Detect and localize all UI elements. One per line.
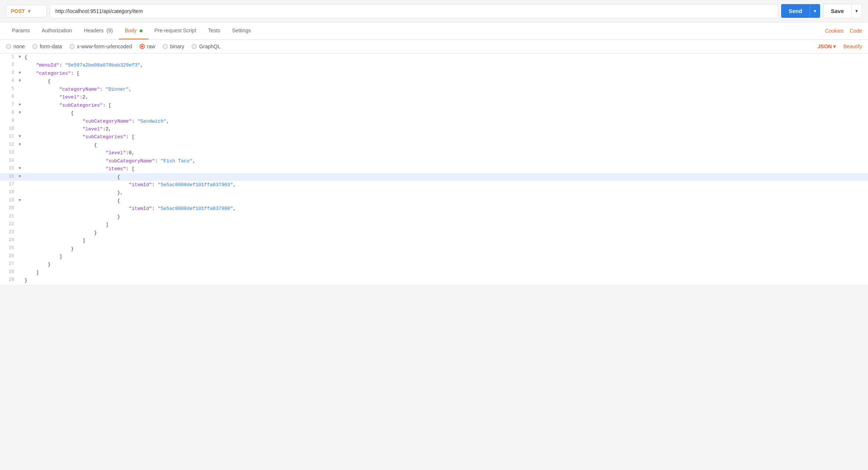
method-chevron-icon: ▾ (28, 8, 30, 14)
line-number-22: 22 (0, 221, 19, 228)
code-line-26: 26 ] (0, 253, 868, 260)
body-type-raw[interactable]: raw (140, 43, 156, 49)
line-content-14: "subCategoryName": "Fish Taco", (25, 157, 868, 165)
line-content-11: "subCategories": [ (25, 133, 868, 141)
line-number-26: 26 (0, 253, 19, 260)
line-content-22: ] (25, 221, 868, 228)
line-number-14: 14 (0, 157, 19, 165)
line-content-18: }, (25, 189, 868, 197)
line-content-17: "itemId": "5e5ac0008def101ffa037903", (25, 181, 868, 189)
code-line-24: 24 ] (0, 237, 868, 244)
send-button[interactable]: Send (781, 4, 810, 18)
line-number-9: 9 (0, 117, 19, 125)
method-select[interactable]: POST ▾ (6, 5, 47, 17)
body-type-raw-label: raw (147, 43, 156, 49)
tab-authorization[interactable]: Authorization (36, 22, 78, 39)
radio-form-data-icon (32, 44, 37, 49)
save-dropdown-button[interactable]: ▾ (852, 4, 862, 18)
code-line-14: 14 "subCategoryName": "Fish Taco", (0, 157, 868, 165)
code-line-4: 4▼ { (0, 77, 868, 85)
tab-tests[interactable]: Tests (202, 22, 226, 39)
line-number-7: 7 (0, 101, 19, 109)
radio-none-icon (6, 44, 11, 49)
tab-links: Cookies Code (825, 28, 862, 34)
line-number-8: 8 (0, 109, 19, 117)
body-type-graphql[interactable]: GraphQL (192, 43, 221, 49)
method-label: POST (11, 8, 25, 14)
body-type-none[interactable]: none (6, 43, 25, 49)
line-content-6: "level":2, (25, 93, 868, 101)
radio-graphql-icon (192, 44, 197, 49)
line-arrow-16[interactable]: ▼ (19, 173, 25, 180)
line-arrow-11[interactable]: ▼ (19, 133, 25, 140)
line-number-23: 23 (0, 229, 19, 236)
code-line-6: 6 "level":2, (0, 93, 868, 101)
save-button[interactable]: Save (823, 4, 852, 18)
code-line-27: 27 } (0, 260, 868, 268)
line-arrow-12[interactable]: ▼ (19, 141, 25, 148)
line-content-3: "categories": [ (25, 69, 868, 77)
line-arrow-8[interactable]: ▼ (19, 109, 25, 116)
code-line-28: 28 ] (0, 269, 868, 276)
body-type-binary-label: binary (170, 43, 184, 49)
code-line-25: 25 } (0, 245, 868, 253)
code-line-13: 13 "level":0, (0, 149, 868, 157)
line-number-21: 21 (0, 213, 19, 220)
beautify-button[interactable]: Beautify (843, 43, 862, 49)
tab-body[interactable]: Body (119, 22, 149, 39)
cookies-link[interactable]: Cookies (825, 28, 844, 34)
line-number-6: 6 (0, 93, 19, 101)
code-line-11: 11▼ "subCategories": [ (0, 133, 868, 141)
body-type-form-data[interactable]: form-data (32, 43, 62, 49)
tab-prerequest[interactable]: Pre-request Script (149, 22, 202, 39)
save-group: Save ▾ (823, 4, 862, 18)
line-content-8: { (25, 109, 868, 117)
line-content-1: { (25, 54, 868, 61)
top-bar: POST ▾ Send ▾ Save ▾ (0, 0, 868, 22)
line-arrow-7[interactable]: ▼ (19, 101, 25, 108)
body-type-binary[interactable]: binary (163, 43, 184, 49)
line-number-4: 4 (0, 77, 19, 85)
code-line-19: 19▼ { (0, 197, 868, 205)
line-number-10: 10 (0, 125, 19, 133)
radio-urlencoded-icon (69, 44, 75, 49)
code-line-9: 9 "subCategoryName": "Sandwich", (0, 117, 868, 125)
send-group: Send ▾ (781, 4, 820, 18)
body-type-bar: none form-data x-www-form-urlencoded raw… (0, 40, 868, 54)
tab-params[interactable]: Params (6, 22, 36, 39)
send-dropdown-button[interactable]: ▾ (810, 4, 820, 18)
line-arrow-19[interactable]: ▼ (19, 197, 25, 204)
line-content-25: } (25, 245, 868, 253)
body-type-urlencoded[interactable]: x-www-form-urlencoded (69, 43, 132, 49)
line-content-28: ] (25, 269, 868, 276)
url-input[interactable] (50, 4, 778, 18)
line-arrow-4[interactable]: ▼ (19, 77, 25, 84)
line-content-19: { (25, 197, 868, 205)
line-arrow-15[interactable]: ▼ (19, 165, 25, 172)
line-arrow-1[interactable]: ▼ (19, 54, 25, 60)
code-line-8: 8▼ { (0, 109, 868, 117)
code-line-15: 15▼ "items": [ (0, 165, 868, 173)
tab-headers[interactable]: Headers (9) (78, 22, 119, 39)
code-editor[interactable]: 1▼{2 "menuId": "5e597a2be08a070bab329ef3… (0, 54, 868, 285)
line-arrow-3[interactable]: ▼ (19, 69, 25, 76)
body-dot (140, 29, 143, 32)
line-number-27: 27 (0, 260, 19, 268)
line-content-20: "itemId": "5e5ac0008def101ffa037908", (25, 205, 868, 213)
line-content-7: "subCategories": [ (25, 101, 868, 109)
code-link[interactable]: Code (850, 28, 862, 34)
line-number-25: 25 (0, 245, 19, 252)
line-number-15: 15 (0, 165, 19, 172)
line-number-29: 29 (0, 276, 19, 284)
json-label: JSON (818, 43, 832, 49)
json-dropdown[interactable]: JSON ▾ (818, 43, 836, 49)
line-content-16: { (25, 173, 868, 181)
tab-settings[interactable]: Settings (226, 22, 257, 39)
line-number-13: 13 (0, 149, 19, 156)
code-line-20: 20 "itemId": "5e5ac0008def101ffa037908", (0, 205, 868, 213)
line-content-29: } (25, 276, 868, 284)
line-content-5: "categoryName": "Dinner", (25, 85, 868, 93)
code-line-22: 22 ] (0, 221, 868, 228)
tab-bar: Params Authorization Headers (9) Body Pr… (0, 22, 868, 40)
line-content-23: } (25, 229, 868, 237)
